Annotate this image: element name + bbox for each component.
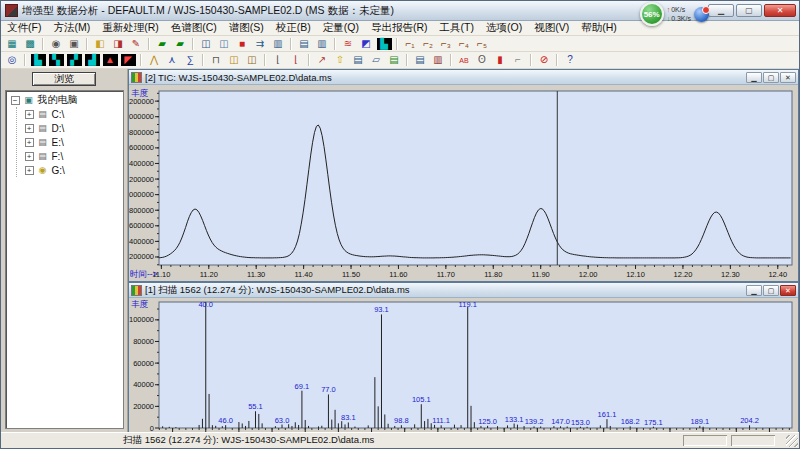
peak-sum-icon[interactable]: ∑ <box>181 53 199 67</box>
dark-chart-icon[interactable]: ▙ <box>375 37 393 51</box>
menu-item-quantify[interactable]: 定量(Q) <box>317 21 365 35</box>
save-disk-icon[interactable]: ◨ <box>109 37 127 51</box>
ms-peak-label: 147.0 <box>551 417 570 426</box>
tile-windows-icon[interactable]: ◫ <box>215 37 233 51</box>
lock-chart-icon[interactable]: ◩ <box>357 37 375 51</box>
stop-icon[interactable]: ⊘ <box>535 53 553 67</box>
panel-view-icon[interactable]: ▥ <box>269 37 287 51</box>
notifier-orb-icon[interactable] <box>694 7 709 22</box>
green-data-2-icon[interactable]: ▰ <box>171 37 189 51</box>
menu-item-method[interactable]: 方法(M) <box>47 21 96 35</box>
tic-chart[interactable]: 2000004000006000008000001000000120000014… <box>129 85 798 281</box>
maximize-button[interactable]: ▢ <box>736 4 762 17</box>
tic-minimize-button[interactable]: ▁ <box>746 72 762 83</box>
chart-black-4-icon[interactable]: ▟ <box>83 53 101 67</box>
tree-item-f-drive[interactable]: +▤F:\ <box>17 149 123 163</box>
tree-item-e-drive[interactable]: +▤E:\ <box>17 135 123 149</box>
rgb-colors-icon[interactable]: ■ <box>233 37 251 51</box>
green-data-1-icon[interactable]: ▰ <box>153 37 171 51</box>
ruler-corner-icon[interactable]: ⌊ <box>269 53 287 67</box>
mouse-icon[interactable]: ʘ <box>473 53 491 67</box>
save-chromatogram-icon[interactable]: ▩ <box>21 37 39 51</box>
chart-black-3-icon[interactable]: ▞ <box>65 53 83 67</box>
tree-expander-my-computer[interactable]: − <box>11 96 20 105</box>
info-card-1-icon[interactable]: ▤ <box>295 37 313 51</box>
tic-window-titlebar[interactable]: [2] TIC: WJS-150430-SAMPLE02.D\data.ms ▁… <box>129 70 798 85</box>
spectrum-restore-button[interactable]: ▢ <box>763 285 779 296</box>
hammer-1-icon[interactable]: ⌐₁ <box>401 37 419 51</box>
copy-page-icon[interactable]: ▤ <box>349 53 367 67</box>
camera-icon[interactable]: ◉ <box>47 37 65 51</box>
tree-expander-d-drive[interactable]: + <box>25 124 34 133</box>
copy-window-icon[interactable]: ◫ <box>197 37 215 51</box>
scale-line-icon[interactable]: ↗ <box>313 53 331 67</box>
help-icon[interactable]: ? <box>561 53 579 67</box>
ab-compare-icon[interactable]: AB <box>455 53 473 67</box>
resize-grip[interactable] <box>786 435 798 447</box>
tic-xlabel: 时间--> <box>130 269 158 279</box>
paste-page-icon[interactable]: ▱ <box>367 53 385 67</box>
tic-restore-button[interactable]: ▢ <box>763 72 779 83</box>
net-monitor-widget[interactable]: 56% ↑0K/s ↓0.3K/s <box>640 2 709 26</box>
hammer-3-icon[interactable]: ⌐₃ <box>437 37 455 51</box>
overlay-chart-icon[interactable]: ≋ <box>339 37 357 51</box>
axes-edit-icon[interactable]: ⌊ <box>287 53 305 67</box>
browse-button[interactable]: 浏览 <box>32 72 96 86</box>
printer-icon[interactable]: ▣ <box>65 37 83 51</box>
tic-close-button[interactable]: ✕ <box>780 72 796 83</box>
menu-item-calibrate[interactable]: 校正(B) <box>270 21 317 35</box>
hammer-5-icon[interactable]: ⌐₅ <box>473 37 491 51</box>
chart-black-red-a-icon[interactable]: ▲ <box>101 53 119 67</box>
menu-item-options[interactable]: 选项(O) <box>480 21 528 35</box>
open-chromatogram-icon[interactable]: ▦ <box>3 37 21 51</box>
tree-label: F:\ <box>52 151 64 162</box>
peak-pair-icon[interactable]: ⋏ <box>163 53 181 67</box>
tree-item-d-drive[interactable]: +▤D:\ <box>17 121 123 135</box>
copy-color-icon[interactable]: ▤ <box>385 53 403 67</box>
library-1-icon[interactable]: ◫ <box>225 53 243 67</box>
menu-item-tools[interactable]: 工具(T) <box>434 21 480 35</box>
report-2-icon[interactable]: ▥ <box>429 53 447 67</box>
load-window-icon[interactable]: ◧ <box>91 37 109 51</box>
menu-item-file[interactable]: 文件(F) <box>1 21 47 35</box>
hammer-2-icon[interactable]: ⌐₂ <box>419 37 437 51</box>
tree-expander-c-drive[interactable]: + <box>25 110 34 119</box>
corner-line-icon[interactable]: ⌐ <box>509 53 527 67</box>
edit-macro-icon[interactable]: ✎ <box>127 37 145 51</box>
menu-item-reprocess[interactable]: 重新处理(R) <box>96 21 165 35</box>
library-2-icon[interactable]: ◫ <box>243 53 261 67</box>
target-icon[interactable]: ◎ <box>3 53 21 67</box>
minimize-button[interactable]: ▁ <box>708 4 734 17</box>
chart-black-2-icon[interactable]: ▚ <box>47 53 65 67</box>
baseline-icon[interactable]: ⊓ <box>207 53 225 67</box>
chart-black-red-x-icon[interactable]: ◤ <box>119 53 137 67</box>
menu-item-chromatogram[interactable]: 色谱图(C) <box>165 21 223 35</box>
spectrum-close-button[interactable]: ✕ <box>780 285 796 296</box>
tic-y-tick-label: 800000 <box>129 206 154 215</box>
scale-up-icon[interactable]: ⇧ <box>331 53 349 67</box>
chart-black-1-icon[interactable]: ▙ <box>29 53 47 67</box>
folder-tree[interactable]: −▣我的电脑+▤C:\+▤D:\+▤E:\+▤F:\+◉G:\ <box>5 90 124 429</box>
hammer-4-icon[interactable]: ⌐₄ <box>455 37 473 51</box>
memory-ball-icon[interactable]: 56% <box>640 2 664 26</box>
tree-item-c-drive[interactable]: +▤C:\ <box>17 107 123 121</box>
close-button[interactable]: ✕ <box>764 4 796 17</box>
tree-expander-f-drive[interactable]: + <box>25 152 34 161</box>
spectrum-window-titlebar[interactable]: [1] 扫描 1562 (12.274 分): WJS-150430-SAMPL… <box>129 283 798 298</box>
tree-item-my-computer[interactable]: −▣我的电脑 <box>6 93 123 107</box>
menu-item-export-report[interactable]: 导出报告(R) <box>365 21 434 35</box>
peak-pick-icon[interactable]: ⋀ <box>145 53 163 67</box>
tree-item-g-drive[interactable]: +◉G:\ <box>17 163 123 177</box>
menu-item-view[interactable]: 视图(V) <box>528 21 575 35</box>
tree-view-icon[interactable]: ⇉ <box>251 37 269 51</box>
menu-item-help[interactable]: 帮助(H) <box>575 21 623 35</box>
spectrum-chart[interactable]: 0200004000060000800001000003040506070809… <box>129 298 798 432</box>
menu-item-spectrum[interactable]: 谱图(S) <box>223 21 270 35</box>
download-arrow-icon: ↓ <box>667 15 671 22</box>
tree-expander-e-drive[interactable]: + <box>25 138 34 147</box>
report-1-icon[interactable]: ▤ <box>411 53 429 67</box>
tree-expander-g-drive[interactable]: + <box>25 166 34 175</box>
spectrum-minimize-button[interactable]: ▁ <box>746 285 762 296</box>
red-strip-icon[interactable]: ▮ <box>491 53 509 67</box>
info-card-2-icon[interactable]: ▥ <box>313 37 331 51</box>
